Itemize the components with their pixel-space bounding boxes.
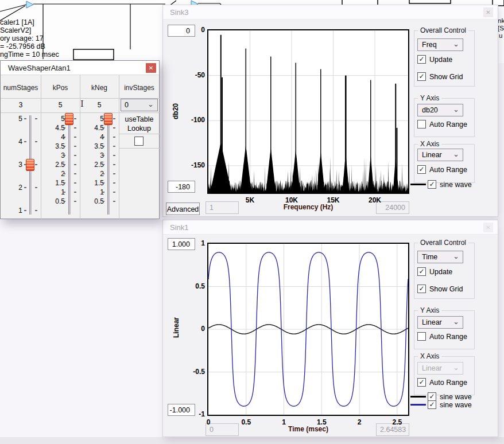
y-min-value-box[interactable]: -180 [168, 181, 195, 193]
slider-tick [35, 164, 37, 165]
dropdown-value: Linear [422, 151, 442, 159]
schematic-text-fragment: [S [498, 25, 504, 32]
legend-checkbox[interactable]: ✓ [428, 392, 436, 401]
close-icon[interactable]: ✕ [483, 223, 493, 232]
slider-tick: 2.5 [80, 161, 104, 169]
y-tick-label: -100 [179, 116, 205, 124]
numstages-slider[interactable]: 54321 [1, 113, 41, 220]
overall-control-dropdown[interactable]: Freq ⌄ [417, 38, 463, 51]
x-auto-range-label: Auto Range [429, 379, 467, 387]
show-grid-checkbox[interactable]: ✓ [417, 285, 426, 293]
sink1-titlebar[interactable]: Sink1 ✕ [163, 220, 498, 235]
slider-tick [113, 155, 115, 156]
x-auto-range-checkbox[interactable]: ✓ [417, 378, 426, 387]
slider-tick: 2 [1, 184, 22, 192]
y-tick-label: -150 [179, 161, 205, 169]
schematic-text-line: caler1 [1A] [0, 18, 34, 26]
update-checkbox[interactable]: ✓ [417, 55, 426, 64]
slider-tick: 3 [41, 151, 65, 159]
slider-tick: 1 [41, 188, 65, 196]
slider-tick: 4.5 [80, 124, 104, 132]
y-tick-label: -50 [179, 71, 205, 79]
show-grid-checkbox[interactable]: ✓ [417, 72, 426, 81]
x-axis-dropdown[interactable]: Linear ⌄ [417, 149, 463, 161]
x-axis-dropdown[interactable]: Linear ⌄ [417, 362, 463, 375]
y-axis-dropdown[interactable]: db20 ⌄ [417, 104, 463, 116]
chevron-down-icon: ⌄ [453, 150, 459, 158]
x-auto-range-label: Auto Range [429, 166, 467, 174]
y-axis-dropdown[interactable]: Linear ⌄ [417, 316, 463, 329]
sink1-waveform-svg [208, 244, 408, 415]
slider-tick [74, 182, 76, 184]
slider-tick [74, 118, 76, 119]
advanced-button[interactable]: Advanced [166, 202, 200, 215]
slider-tick [63, 164, 65, 165]
schematic-text-line: ngTime = 10 msec [0, 50, 59, 59]
chevron-down-icon: ⌄ [453, 40, 459, 48]
slider-tick [113, 127, 115, 128]
legend-line-swatch [410, 404, 426, 406]
slider-tick [63, 182, 65, 184]
update-label: Update [429, 56, 452, 64]
sink3-titlebar[interactable]: Sink3 ✕ [163, 5, 498, 20]
slider-handle[interactable] [26, 159, 34, 171]
kneg-slider[interactable]: 54.543.532.521.510.5 [80, 113, 119, 220]
slider-handle[interactable] [104, 113, 113, 125]
window-title: Sink3 [170, 8, 189, 17]
schematic-text-line: = -25.7956 dB [0, 42, 45, 50]
chevron-down-icon: ⌄ [453, 317, 459, 326]
x-auto-range-checkbox[interactable]: ✓ [417, 165, 426, 174]
x-axis-title: Time (msec) [251, 425, 366, 433]
kpos-value[interactable]: 5 [41, 101, 80, 109]
waveshaper-titlebar[interactable]: WaveShaperAtan1 ✕ [1, 61, 159, 75]
use-table-checkbox[interactable] [134, 137, 144, 146]
slider-tick [102, 155, 104, 156]
y-auto-range-checkbox[interactable] [417, 120, 426, 128]
dropdown-value: Freq [422, 41, 437, 49]
update-checkbox[interactable]: ✓ [417, 267, 426, 276]
slider-tick: 4.5 [41, 124, 65, 132]
y-tick-label: -0.5 [179, 368, 205, 376]
y-auto-range-checkbox[interactable] [417, 332, 426, 341]
divider [1, 98, 160, 99]
slider-tick [74, 164, 76, 165]
x-min-input[interactable]: 0 [206, 423, 239, 436]
slider-tick [35, 187, 37, 188]
x-tick-label: 5K [246, 196, 254, 204]
y-auto-range-label: Auto Range [429, 333, 467, 341]
column-header-kneg: kNeg [80, 84, 119, 92]
group-label: Overall Control [418, 239, 468, 247]
slider-tick [102, 146, 104, 147]
x-min-input[interactable]: 1 [206, 201, 239, 214]
window-title: Sink1 [170, 223, 189, 232]
slider-tick: 1 [80, 188, 104, 196]
slider-tick [74, 155, 76, 156]
legend-line-swatch [410, 184, 426, 185]
slider-tick [113, 182, 115, 184]
x-tick-label: 20K [369, 196, 381, 204]
x-tick-label: 15K [327, 196, 339, 204]
overall-control-dropdown[interactable]: Time ⌄ [417, 251, 463, 263]
kneg-value[interactable]: 5 [80, 101, 119, 109]
x-tick-label: 1 [282, 418, 286, 426]
legend-checkbox[interactable]: ✓ [428, 180, 436, 189]
slider-handle[interactable] [65, 113, 73, 125]
slider-tick: 4 [80, 133, 104, 141]
slider-tick [113, 164, 115, 165]
slider-tick [102, 164, 104, 165]
slider-tick: 0.5 [41, 197, 65, 205]
close-icon[interactable]: ✕ [146, 63, 156, 73]
group-label: X Axis [418, 352, 441, 360]
slider-track [68, 115, 71, 215]
slider-tick: 3 [1, 161, 22, 169]
slider-tick [63, 137, 65, 138]
slider-tick: 2.5 [41, 161, 65, 169]
numstages-value[interactable]: 3 [1, 101, 41, 109]
slider-tick [35, 141, 37, 142]
slider-tick [113, 137, 115, 138]
kpos-slider[interactable]: 54.543.532.521.510.5 [41, 113, 80, 220]
legend-checkbox[interactable]: ✓ [428, 400, 436, 409]
invstages-dropdown[interactable]: 0 ⌄ [121, 99, 158, 111]
group-label: Y Axis [418, 306, 441, 314]
close-icon[interactable]: ✕ [483, 7, 493, 17]
